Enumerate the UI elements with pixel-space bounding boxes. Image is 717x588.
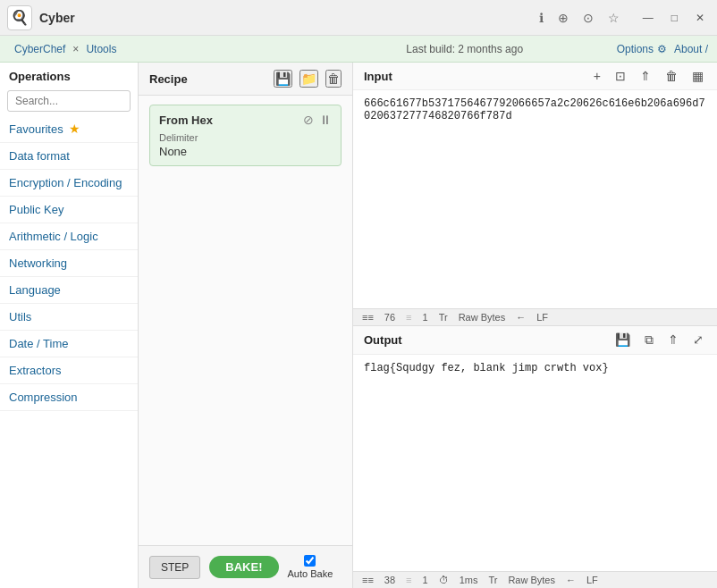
output-length-value: 38 [384,575,395,585]
input-lf-icon: ← [516,312,526,323]
sidebar-item-label: Networking [9,256,67,270]
input-encoding-value: Raw Bytes [459,312,506,323]
input-add-button[interactable]: + [591,68,603,84]
tabbar: CyberChef × Utools Last build: 2 months … [0,36,717,63]
delimiter-label: Delimiter [159,132,332,143]
sidebar-item-extractors[interactable]: Extractors [0,357,138,384]
output-statusbar: ≡≡ 38 ≡ 1 ⏱ 1ms Tr Raw Bytes ← LF [353,571,717,588]
sidebar-item-compression[interactable]: Compression [0,384,138,411]
input-upload-button[interactable]: ⇑ [637,68,654,84]
output-upload-button[interactable]: ⇑ [665,332,681,349]
sidebar-item-favourites[interactable]: Favourites ★ [0,115,138,143]
sidebar-item-label: Utils [9,310,31,323]
app-logo: 🍳 [7,5,32,30]
globe-icon[interactable]: ⊙ [583,11,594,25]
sidebar-item-public-key[interactable]: Public Key [0,197,138,223]
recipe-card-title: From Hex [159,113,213,127]
sidebar: Operations Favourites ★ Data format Encr… [0,63,139,588]
tab-cyberchef[interactable]: CyberChef [9,41,71,57]
build-info: Last build: 2 months ago [313,43,617,55]
output-textarea[interactable]: flag{Squdgy fez, blank jimp crwth vox} [353,355,717,572]
sidebar-item-label: Language [9,283,61,297]
main-layout: Operations Favourites ★ Data format Encr… [0,63,717,588]
sidebar-item-label: Extractors [9,364,62,377]
minimize-button[interactable]: — [637,10,659,26]
input-folder-button[interactable]: ⊡ [612,68,628,84]
tab-utools[interactable]: Utools [80,41,122,57]
gear-icon: ⚙ [657,43,667,55]
maximize-button[interactable]: □ [666,10,683,26]
recipe-panel: Recipe 💾 📁 🗑 From Hex ⊘ ⏸ Delimiter None [139,63,353,588]
input-length-value: 76 [384,312,395,323]
output-encoding-icon: Tr [488,575,497,585]
step-button[interactable]: STEP [149,556,200,579]
output-lf-icon: ← [566,575,576,585]
delimiter-value[interactable]: None [159,145,332,158]
tab-separator: × [71,41,80,57]
io-panel: Input + ⊡ ⇑ 🗑 ▦ 666c61677b53717564677920… [353,63,717,588]
input-section: Input + ⊡ ⇑ 🗑 ▦ 666c61677b53717564677920… [353,63,717,326]
auto-bake-label: Auto Bake [288,568,333,579]
favourites-star-icon: ★ [69,122,80,136]
close-button[interactable]: ✕ [690,10,710,26]
output-section: Output 💾 ⧉ ⇑ ⤢ flag{Squdgy fez, blank ji… [353,326,717,589]
recipe-folder-button[interactable]: 📁 [299,70,318,88]
recipe-footer: STEP BAKE! Auto Bake [139,545,352,588]
recipe-header-icons: 💾 📁 🗑 [274,70,342,88]
sidebar-item-encryption-encoding[interactable]: Encryption / Encoding [0,170,138,197]
sidebar-item-label: Public Key [9,203,63,216]
recipe-card-pause-button[interactable]: ⏸ [319,113,332,127]
output-time-value: 1ms [460,575,478,585]
sidebar-item-arithmetic-logic[interactable]: Arithmetic / Logic [0,223,138,250]
input-lines-value: 1 [423,312,428,323]
titlebar-info-icons: ℹ ⊕ ⊙ ☆ [539,11,620,25]
app-title: Cyber [39,11,539,25]
output-save-button[interactable]: 💾 [612,332,633,349]
input-divider1: ≡ [406,312,411,323]
bake-button[interactable]: BAKE! [209,556,278,578]
sidebar-item-label: Arithmetic / Logic [9,230,98,243]
recipe-save-button[interactable]: 💾 [274,70,292,88]
recipe-card-controls: ⊘ ⏸ [303,113,332,127]
input-title: Input [364,70,591,83]
input-layout-button[interactable]: ▦ [689,68,706,84]
input-header: Input + ⊡ ⇑ 🗑 ▦ [353,63,717,90]
sidebar-item-data-format[interactable]: Data format [0,143,138,170]
sidebar-item-label: Favourites [9,122,63,136]
output-time-icon: ⏱ [439,575,449,585]
search-input[interactable] [7,90,131,112]
about-button[interactable]: About / [674,43,708,55]
auto-bake-checkbox[interactable] [304,555,316,567]
recipe-header: Recipe 💾 📁 🗑 [139,63,352,96]
info-icon[interactable]: ℹ [539,11,544,25]
output-title: Output [364,333,612,347]
input-textarea[interactable]: 666c61677b5371756467792066657a2c20626c61… [353,90,717,308]
output-length-icon: ≡≡ [362,575,374,585]
recipe-card-delimiter-field: Delimiter None [159,132,332,158]
window-controls: — □ ✕ [637,10,710,26]
input-length-icon: ≡≡ [362,312,374,323]
options-button[interactable]: Options ⚙ [617,43,667,55]
zoom-icon[interactable]: ⊕ [558,11,569,25]
sidebar-item-label: Date / Time [9,337,68,350]
recipe-card-from-hex: From Hex ⊘ ⏸ Delimiter None [149,105,342,166]
sidebar-item-language[interactable]: Language [0,277,138,304]
star-icon[interactable]: ☆ [608,11,620,25]
sidebar-item-label: Encryption / Encoding [9,176,122,189]
output-lf-value: LF [586,575,598,585]
sidebar-item-networking[interactable]: Networking [0,250,138,277]
sidebar-item-label: Data format [9,149,70,163]
recipe-trash-button[interactable]: 🗑 [325,70,342,88]
sidebar-item-date-time[interactable]: Date / Time [0,331,138,357]
sidebar-header: Operations [0,63,138,87]
sidebar-item-label: Compression [9,391,78,404]
recipe-title: Recipe [149,72,274,86]
output-lines-value: 1 [423,575,428,585]
input-trash-button[interactable]: 🗑 [662,68,680,84]
output-copy-button[interactable]: ⧉ [642,332,656,349]
sidebar-item-utils[interactable]: Utils [0,304,138,331]
tabs: CyberChef × Utools [9,41,313,57]
output-expand-button[interactable]: ⤢ [690,332,706,349]
recipe-card-disable-button[interactable]: ⊘ [303,113,314,127]
tabbar-right-controls: Options ⚙ About / [617,43,708,55]
